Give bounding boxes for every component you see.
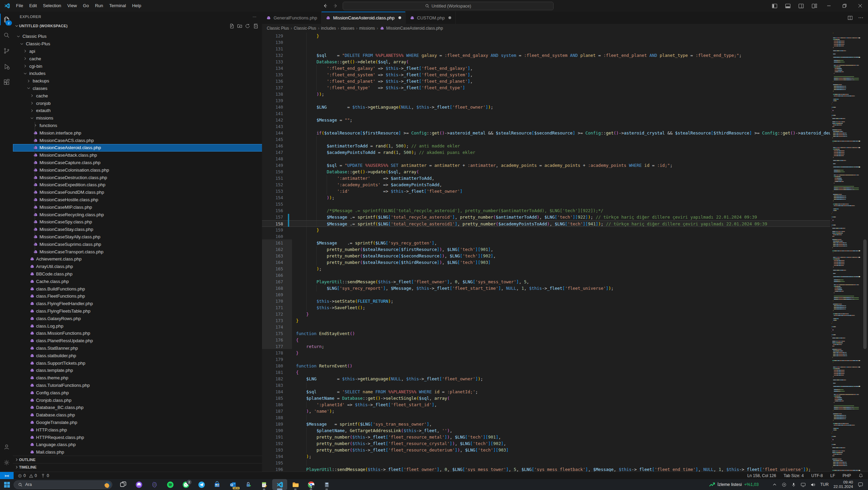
tree-item[interactable]: Language.class.php [13, 441, 262, 448]
taskbar-vscode[interactable] [272, 479, 287, 490]
workspace-section-header[interactable]: UNTITLED (WORKSPACE) [13, 22, 262, 30]
sidebar-more-icon[interactable]: ⋯ [253, 15, 257, 19]
tree-item[interactable]: cache [13, 92, 262, 99]
tree-item[interactable]: cache [13, 55, 262, 62]
tree-item[interactable]: ArrayUtil.class.php [13, 263, 262, 270]
tree-item[interactable]: Database.class.php [13, 411, 262, 419]
tree-item[interactable]: MissionCaseCapture.class.php [13, 159, 262, 167]
taskbar-outlook[interactable]: NEW [225, 479, 240, 490]
timeline-section[interactable]: TIMELINE [13, 463, 262, 471]
tree-item[interactable]: class.FleetFunctions.php [13, 293, 262, 300]
activity-search[interactable] [0, 27, 13, 43]
tree-item[interactable]: HTTPRequest.class.php [13, 433, 262, 441]
tree-item[interactable]: class.template.php [13, 367, 262, 374]
tree-item[interactable]: Classic-Plus [13, 40, 262, 48]
tree-item[interactable]: Mail.class.php [13, 448, 262, 456]
activity-accounts[interactable] [0, 439, 13, 455]
tree-item[interactable]: extauth [13, 107, 262, 114]
tree-item[interactable]: HTTP.class.php [13, 426, 262, 433]
breadcrumb-item[interactable]: Classic-Plus [294, 26, 316, 31]
activity-explorer[interactable]: 2 [0, 12, 13, 27]
taskbar-telegram[interactable] [194, 479, 209, 490]
language-mode[interactable]: PHP [842, 473, 851, 478]
new-file-icon[interactable] [229, 23, 234, 29]
editor-more-actions-icon[interactable]: ⋯ [858, 15, 863, 21]
breadcrumb-item[interactable]: missions [359, 26, 375, 31]
tree-item[interactable]: class.GalaxyRows.php [13, 315, 262, 322]
tab-GeneralFunctions.php[interactable]: GeneralFunctions.php [262, 12, 322, 24]
tab-size[interactable]: Tab Size: 4 [784, 473, 804, 478]
tree-item[interactable]: cgi-bin [13, 62, 262, 70]
collapse-all-icon[interactable] [253, 23, 258, 29]
encoding[interactable]: UTF-8 [811, 473, 823, 478]
tree-item[interactable]: class.theme.php [13, 374, 262, 382]
code-editor[interactable]: 129 }130131132 $sql = "DELETE FROM %%PLA… [262, 33, 860, 472]
breadcrumb-item[interactable]: MissionCaseAsteroid.class.php [380, 26, 443, 31]
menu-help[interactable]: Help [129, 0, 144, 12]
tree-item[interactable]: backups [13, 77, 262, 85]
tree-item[interactable]: MissionCaseAttack.class.php [13, 152, 262, 159]
minimap[interactable] [830, 33, 860, 472]
tree-item[interactable]: MissionCaseFoundDM.class.php [13, 189, 262, 196]
activity-extensions[interactable] [0, 74, 13, 90]
start-button[interactable] [0, 479, 14, 490]
toggle-sidebar-icon[interactable] [768, 3, 781, 9]
taskbar-file-explorer[interactable] [288, 479, 303, 490]
breadcrumb-item[interactable]: includes [321, 26, 336, 31]
tree-item[interactable]: MissionCaseSpy.class.php [13, 218, 262, 226]
notifications-bell-icon[interactable] [858, 473, 863, 478]
tree-item[interactable]: MissionCaseACS.class.php [13, 137, 262, 144]
nav-forward-icon[interactable] [333, 3, 338, 9]
tree-item[interactable]: class.statbuilder.php [13, 352, 262, 359]
command-center-search[interactable]: Untitled (Workspace) [343, 2, 554, 10]
ports-indicator[interactable]: 0 [41, 473, 49, 478]
tree-item[interactable]: GoogleTranslate.php [13, 419, 262, 426]
tray-chevron-up-icon[interactable] [772, 483, 777, 487]
menu-go[interactable]: Go [80, 0, 92, 12]
activity-settings[interactable] [0, 455, 13, 470]
refresh-icon[interactable] [245, 23, 250, 29]
menu-selection[interactable]: Selection [40, 0, 64, 12]
activity-run-debug[interactable] [0, 59, 13, 74]
tree-item[interactable]: Classic Plus [13, 33, 262, 40]
tree-item[interactable]: classes [13, 85, 262, 92]
tree-item[interactable]: MissionCaseExpedition.class.php [13, 181, 262, 189]
tree-item[interactable]: class.StatBanner.php [13, 345, 262, 352]
menu-edit[interactable]: Edit [26, 0, 40, 12]
tree-item[interactable]: class.MissionFunctions.php [13, 330, 262, 337]
tree-item[interactable]: functions [13, 122, 262, 129]
menu-run[interactable]: Run [92, 0, 106, 12]
tree-item[interactable]: Config.class.php [13, 389, 262, 396]
tree-item[interactable]: MissionCaseRecycling.class.php [13, 211, 262, 218]
menu-terminal[interactable]: Terminal [106, 0, 129, 12]
taskbar-notepad[interactable] [257, 479, 272, 490]
minimap-viewport[interactable] [262, 239, 292, 349]
minimize-button[interactable] [821, 0, 837, 12]
toggle-panel-icon[interactable] [781, 3, 795, 9]
tree-item[interactable]: missions [13, 114, 262, 122]
tree-item[interactable]: Achievement.class.php [13, 255, 262, 263]
restore-button[interactable] [837, 0, 852, 12]
taskbar-search-input[interactable]: Ara [14, 480, 112, 489]
display-icon[interactable] [801, 482, 806, 487]
toggle-secondary-sidebar-icon[interactable] [795, 3, 808, 9]
split-editor-icon[interactable] [848, 15, 853, 20]
taskbar-spotify[interactable] [163, 479, 178, 490]
taskbar-whatsapp[interactable]: 2 [178, 479, 193, 490]
nav-back-icon[interactable] [323, 3, 328, 9]
tree-item[interactable]: class.TutorialFunctions.php [13, 382, 262, 389]
breadcrumb-item[interactable]: Classic Plus [267, 26, 289, 31]
tree-item[interactable]: Cache.class.php [13, 278, 262, 285]
outline-section[interactable]: OUTLINE [13, 456, 262, 463]
tab-CUSTOM.php[interactable]: CUSTOM.php [406, 12, 456, 24]
stocks-widget[interactable]: İzleme listesi +%1,03 [709, 482, 758, 488]
tree-item[interactable]: MissionCaseTransport.class.php [13, 248, 262, 255]
cursor-position[interactable]: Ln 158, Col 126 [747, 473, 776, 478]
taskbar-calculator[interactable] [319, 479, 334, 490]
menu-file[interactable]: File [13, 0, 26, 12]
tree-item[interactable]: includes [13, 70, 262, 77]
tray-app-icon[interactable] [782, 482, 787, 487]
tree-item[interactable]: MissionCaseSuprimo.class.php [13, 240, 262, 248]
taskbar-chrome[interactable] [304, 479, 318, 490]
tree-item[interactable]: class.SupportTickets.php [13, 359, 262, 367]
